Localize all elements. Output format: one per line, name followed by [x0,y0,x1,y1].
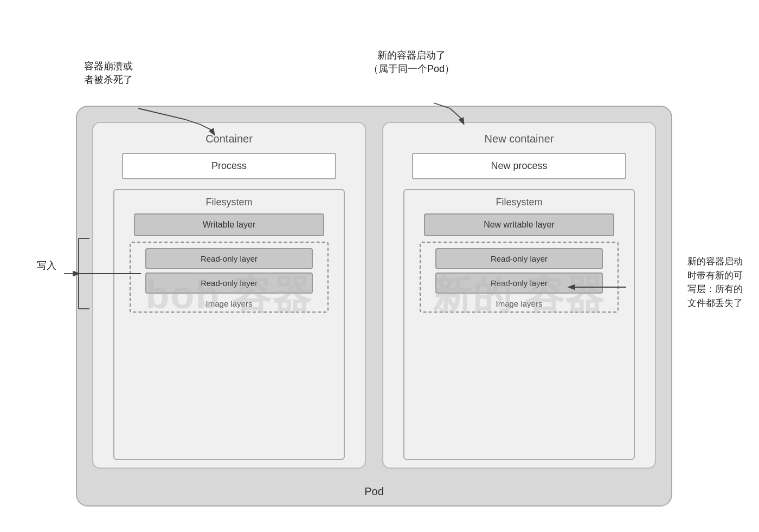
right-process-box: New process [412,153,626,179]
right-filesystem-box: Filesystem New writable layer Read-only … [403,189,635,460]
annotation-right-line2: 时带有新的可 [687,270,743,281]
right-readonly-layer-2: Read-only layer [435,273,603,294]
right-readonly-layer-1: Read-only layer [435,248,603,269]
left-process-label: Process [211,160,247,171]
right-container-box: New container 新的 容器 New process Filesyst… [382,122,656,469]
left-container-box: Container bob 容器 Process Filesystem Writ… [92,122,366,469]
annotation-right: 新的容器启动 时带有新的可 写层：所有的 文件都丢失了 [687,255,743,310]
left-filesystem-title: Filesystem [205,197,252,208]
annotation-top-right-line1: 新的容器启动了 [377,50,446,61]
annotation-left-line1: 容器崩溃或 [84,61,133,72]
left-container-title: Container [205,133,253,145]
left-filesystem-box: Filesystem Writable layer Read-only laye… [113,189,345,460]
left-readonly-layer-1: Read-only layer [145,248,313,269]
containers-row: Container bob 容器 Process Filesystem Writ… [92,122,656,469]
annotation-right-line3: 写层：所有的 [687,284,743,294]
annotation-right-line4: 文件都丢失了 [687,298,743,308]
right-image-layers-box: Read-only layer Read-only layer Image la… [420,242,619,313]
page-wrapper: 容器崩溃或 者被杀死了 新的容器启动了 （属于同一个Pod） 写入 新的容器启动… [0,0,759,532]
annotation-top-right-line2: （属于同一个Pod） [369,63,454,74]
right-filesystem-title: Filesystem [496,197,542,208]
left-image-layers-label: Image layers [206,299,253,308]
annotation-left-line2: 者被杀死了 [84,74,133,85]
right-process-label: New process [491,160,547,171]
annotation-left: 容器崩溃或 者被杀死了 [84,60,133,87]
annotation-top-right: 新的容器启动了 （属于同一个Pod） [369,49,454,76]
annotation-write: 写入 [37,259,56,272]
right-image-layers-label: Image layers [496,299,543,308]
pod-label: Pod [364,485,384,498]
right-container-title: New container [485,133,554,145]
pod-box: Container bob 容器 Process Filesystem Writ… [76,106,672,507]
left-writable-layer: Writable layer [134,213,325,236]
right-writable-layer: New writable layer [424,213,615,236]
left-process-box: Process [122,153,336,179]
left-readonly-layer-2: Read-only layer [145,273,313,294]
annotation-right-line1: 新的容器启动 [687,256,743,267]
left-image-layers-box: Read-only layer Read-only layer Image la… [130,242,329,313]
